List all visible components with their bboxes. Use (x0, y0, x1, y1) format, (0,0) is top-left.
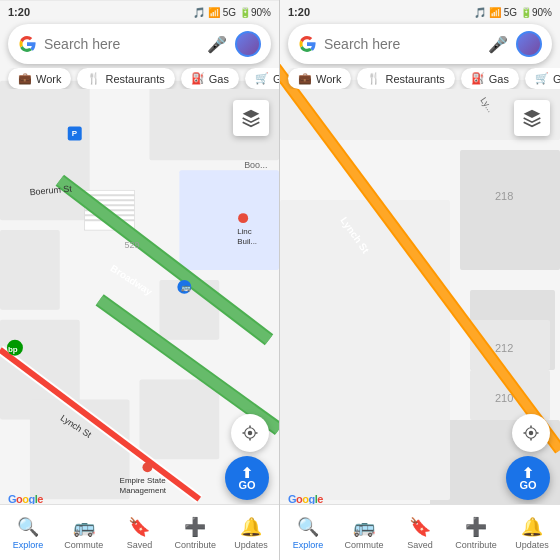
nav-commute-right[interactable]: 🚌 Commute (336, 516, 392, 550)
chip-gas-left[interactable]: ⛽Gas (181, 68, 239, 89)
explore-icon-right: 🔍 (297, 516, 319, 538)
svg-rect-43 (460, 150, 560, 270)
nav-contribute-left[interactable]: ➕ Contribute (167, 516, 223, 550)
svg-text:Buil...: Buil... (237, 237, 257, 246)
contribute-icon-right: ➕ (465, 516, 487, 538)
contribute-icon-left: ➕ (184, 516, 206, 538)
updates-icon-left: 🔔 (240, 516, 262, 538)
explore-label-left: Explore (13, 540, 44, 550)
location-button-right[interactable] (512, 414, 550, 452)
nav-saved-left[interactable]: 🔖 Saved (112, 516, 168, 550)
saved-icon-left: 🔖 (128, 516, 150, 538)
chip-restaurants-left[interactable]: 🍴Restaurants (77, 68, 174, 89)
layers-icon-left (241, 108, 261, 128)
svg-text:P: P (72, 129, 78, 138)
svg-rect-5 (179, 170, 279, 270)
chip-restaurants-right[interactable]: 🍴Restaurants (357, 68, 454, 89)
search-placeholder-left: Search here (44, 36, 207, 52)
left-screen: Broadway Lynch St Boerum St 529 P 🚌 bp (0, 0, 280, 560)
chip-work-left[interactable]: 💼Work (8, 68, 71, 89)
status-icons-right: 🎵 📶 5G 🔋90% (474, 7, 552, 18)
saved-label-left: Saved (127, 540, 153, 550)
google-logo-right (298, 35, 316, 53)
bottom-nav-right: 🔍 Explore 🚌 Commute 🔖 Saved ➕ Contribute… (280, 504, 560, 560)
chip-work-right[interactable]: 💼Work (288, 68, 351, 89)
svg-point-39 (248, 431, 253, 436)
commute-label-left: Commute (64, 540, 103, 550)
updates-label-left: Updates (234, 540, 268, 550)
search-placeholder-right: Search here (324, 36, 488, 52)
location-icon-left (241, 424, 259, 442)
chips-left: 💼Work 🍴Restaurants ⛽Gas 🛒Grocerie (0, 68, 279, 89)
svg-text:210: 210 (495, 392, 513, 404)
search-bar-right[interactable]: Search here 🎤 (288, 24, 552, 64)
avatar-right[interactable] (516, 31, 542, 57)
nav-contribute-right[interactable]: ➕ Contribute (448, 516, 504, 550)
avatar-left[interactable] (235, 31, 261, 57)
nav-commute-left[interactable]: 🚌 Commute (56, 516, 112, 550)
go-label-left: GO (238, 479, 255, 491)
chip-groceries-right[interactable]: 🛒Grocerie (525, 68, 560, 89)
svg-text:212: 212 (495, 342, 513, 354)
svg-text:Empire State: Empire State (120, 476, 167, 485)
nav-saved-right[interactable]: 🔖 Saved (392, 516, 448, 550)
bottom-nav-left: 🔍 Explore 🚌 Commute 🔖 Saved ➕ Contribute… (0, 504, 279, 560)
explore-label-right: Explore (293, 540, 324, 550)
search-bar-left[interactable]: Search here 🎤 (8, 24, 271, 64)
layers-button-right[interactable] (514, 100, 550, 136)
commute-icon-left: 🚌 (73, 516, 95, 538)
layers-icon-right (522, 108, 542, 128)
status-bar-right: 1:20 🎵 📶 5G 🔋90% (280, 0, 560, 24)
nav-explore-left[interactable]: 🔍 Explore (0, 516, 56, 550)
svg-rect-8 (140, 380, 220, 460)
nav-updates-left[interactable]: 🔔 Updates (223, 516, 279, 550)
chip-gas-right[interactable]: ⛽Gas (461, 68, 519, 89)
nav-explore-right[interactable]: 🔍 Explore (280, 516, 336, 550)
commute-icon-right: 🚌 (353, 516, 375, 538)
nav-updates-right[interactable]: 🔔 Updates (504, 516, 560, 550)
svg-text:218: 218 (495, 190, 513, 202)
svg-text:🚌: 🚌 (181, 282, 191, 292)
explore-icon-left: 🔍 (17, 516, 39, 538)
svg-point-35 (142, 462, 152, 472)
status-icons-left: 🎵 📶 5G 🔋90% (193, 7, 271, 18)
google-logo-left (18, 35, 36, 53)
svg-text:bp: bp (8, 345, 18, 354)
right-screen: 218 214 212 210 Lynch (280, 0, 560, 560)
mic-icon-left[interactable]: 🎤 (207, 35, 227, 54)
contribute-label-right: Contribute (455, 540, 497, 550)
updates-label-right: Updates (515, 540, 549, 550)
svg-point-58 (529, 431, 534, 436)
mic-icon-right[interactable]: 🎤 (488, 35, 508, 54)
layers-button-left[interactable] (233, 100, 269, 136)
location-icon-right (522, 424, 540, 442)
go-button-right[interactable]: ⬆ GO (506, 456, 550, 500)
go-button-left[interactable]: ⬆ GO (225, 456, 269, 500)
svg-text:Linc: Linc (237, 227, 252, 236)
svg-text:529: 529 (125, 240, 140, 250)
commute-label-right: Commute (344, 540, 383, 550)
updates-icon-right: 🔔 (521, 516, 543, 538)
contribute-label-left: Contribute (175, 540, 217, 550)
saved-icon-right: 🔖 (409, 516, 431, 538)
go-label-right: GO (519, 479, 536, 491)
svg-rect-2 (0, 230, 60, 310)
svg-text:Boo...: Boo... (244, 160, 267, 170)
location-button-left[interactable] (231, 414, 269, 452)
time-left: 1:20 (8, 6, 30, 18)
status-bar-left: 1:20 🎵 📶 5G 🔋90% (0, 0, 279, 24)
chips-right: 💼Work 🍴Restaurants ⛽Gas 🛒Grocerie (280, 68, 560, 89)
svg-text:Management: Management (120, 486, 167, 495)
time-right: 1:20 (288, 6, 310, 18)
svg-point-32 (238, 213, 248, 223)
chip-groceries-left[interactable]: 🛒Grocerie (245, 68, 279, 89)
saved-label-right: Saved (407, 540, 433, 550)
